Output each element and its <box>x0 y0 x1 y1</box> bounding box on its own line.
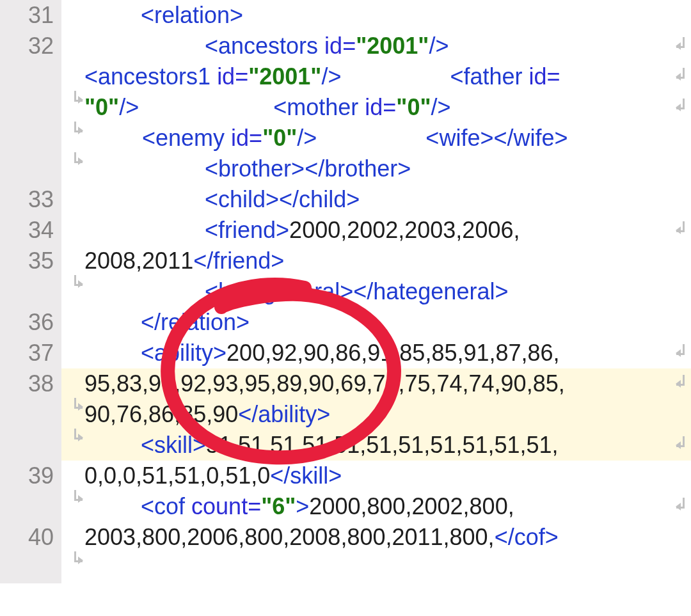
xml-tag: /> <box>297 125 317 151</box>
xml-text: 2000,2002,2003,2006, <box>289 217 520 243</box>
xml-tag: <father <box>450 63 528 90</box>
code-line[interactable]: <enemy id="0"/> <wife></wife> <box>61 123 691 154</box>
line-number: 31 <box>0 0 61 31</box>
line-number: 38 <box>0 368 61 399</box>
code-line[interactable]: <relation> <box>61 0 691 31</box>
xml-text: 2000,800,2002,800, <box>309 493 514 519</box>
code-area[interactable]: <relation> <ancestors id="2001"/> <ances… <box>61 0 691 583</box>
xml-attr-name: id= <box>529 63 560 90</box>
code-line[interactable]: <hategeneral></hategeneral> <box>61 276 691 307</box>
line-number: 36 <box>0 307 61 338</box>
line-number-gutter: 31 32 33 34 35 36 37 38 39 40 <box>0 0 61 583</box>
code-line[interactable]: <skill>51,51,51,51,51,51,51,51,51,51,51, <box>61 430 691 461</box>
code-line[interactable]: 90,76,86,85,90</ability> <box>61 399 691 430</box>
line-number: 39 <box>0 461 61 491</box>
code-line[interactable]: 2003,800,2006,800,2008,800,2011,800,</co… <box>61 522 691 553</box>
line-number <box>0 491 61 522</box>
xml-tag: </hategeneral> <box>353 278 508 304</box>
xml-text: 90,76,86,85,90 <box>84 401 238 427</box>
xml-tag: <skill> <box>141 432 206 458</box>
line-number: 34 <box>0 215 61 246</box>
xml-attr-value: "0" <box>396 94 431 120</box>
xml-tag: <ancestors <box>205 33 324 59</box>
code-line[interactable]: <brother></brother> <box>61 154 691 184</box>
xml-tag: </skill> <box>270 462 342 489</box>
xml-attr-value: "2001" <box>248 63 321 90</box>
xml-tag: </cof> <box>495 524 559 550</box>
code-line[interactable]: 2008,2011</friend> <box>61 246 691 276</box>
xml-attr-name: count= <box>191 493 261 519</box>
xml-tag: <enemy <box>142 125 231 151</box>
xml-attr-value: "0" <box>84 94 119 120</box>
code-line[interactable]: <ancestors1 id="2001"/> <father id= <box>61 61 691 92</box>
xml-text: 2003,800,2006,800,2008,800,2011,800, <box>84 524 495 550</box>
code-line[interactable]: 95,83,90,92,93,95,89,90,69,76,75,74,74,9… <box>61 368 691 399</box>
line-number <box>0 399 61 461</box>
xml-tag: <relation> <box>141 2 243 28</box>
xml-attr-name: id= <box>217 63 248 90</box>
code-line[interactable]: <friend>2000,2002,2003,2006, <box>61 215 691 246</box>
xml-tag: </ability> <box>238 401 330 427</box>
xml-tag: </friend> <box>193 248 284 274</box>
xml-tag: </relation> <box>141 309 250 335</box>
code-line[interactable]: <ancestors id="2001"/> <box>61 31 691 61</box>
line-number: 40 <box>0 522 61 553</box>
xml-tag: <ancestors1 <box>84 63 217 90</box>
xml-tag: </child> <box>279 186 360 212</box>
xml-text: 51,51,51,51,51,51,51,51,51,51,51, <box>206 432 559 458</box>
line-number <box>0 553 61 583</box>
line-number: 33 <box>0 184 61 215</box>
code-line[interactable]: 0,0,0,51,51,0,51,0</skill> <box>61 461 691 491</box>
line-number: 35 <box>0 246 61 276</box>
xml-attr-value: "6" <box>261 493 296 519</box>
xml-attr-name: id= <box>365 94 396 120</box>
xml-tag: <wife> <box>425 125 493 151</box>
line-number: 32 <box>0 31 61 61</box>
code-line[interactable]: <ability>200,92,90,86,91,85,85,91,87,86, <box>61 338 691 368</box>
xml-tag: <cof <box>141 493 191 519</box>
xml-attr-value: "2001" <box>356 33 429 59</box>
line-number <box>0 61 61 184</box>
xml-tag: <ability> <box>141 340 226 366</box>
xml-tag: <friend> <box>205 217 289 243</box>
xml-tag: /> <box>431 94 451 120</box>
xml-tag: /> <box>321 63 341 90</box>
xml-text: 95,83,90,92,93,95,89,90,69,76,75,74,74,9… <box>84 370 565 397</box>
xml-text: 2008,2011 <box>84 248 193 274</box>
code-line[interactable]: <cof count="6">2000,800,2002,800, <box>61 491 691 522</box>
xml-text: 200,92,90,86,91,85,85,91,87,86, <box>226 340 559 366</box>
code-editor[interactable]: 31 32 33 34 35 36 37 38 39 40 <relation>… <box>0 0 691 583</box>
xml-text: 0,0,0,51,51,0,51,0 <box>84 462 270 489</box>
xml-attr-name: id= <box>324 33 356 59</box>
xml-tag: /> <box>429 33 449 59</box>
xml-tag: <child> <box>205 186 279 212</box>
code-line[interactable]: </relation> <box>61 307 691 338</box>
xml-tag: <brother> <box>205 155 305 182</box>
code-line[interactable]: "0"/> <mother id="0"/> <box>61 92 691 123</box>
xml-attr-name: id= <box>231 125 262 151</box>
xml-attr-value: "0" <box>262 125 297 151</box>
xml-tag: </wife> <box>493 125 568 151</box>
xml-tag: /> <box>119 94 139 120</box>
xml-tag: > <box>296 493 309 519</box>
line-number: 37 <box>0 338 61 368</box>
line-number <box>0 276 61 307</box>
code-line[interactable]: <child></child> <box>61 184 691 215</box>
xml-tag: <mother <box>273 94 365 120</box>
xml-tag: </brother> <box>305 155 411 182</box>
xml-tag: <hategeneral> <box>205 278 353 304</box>
